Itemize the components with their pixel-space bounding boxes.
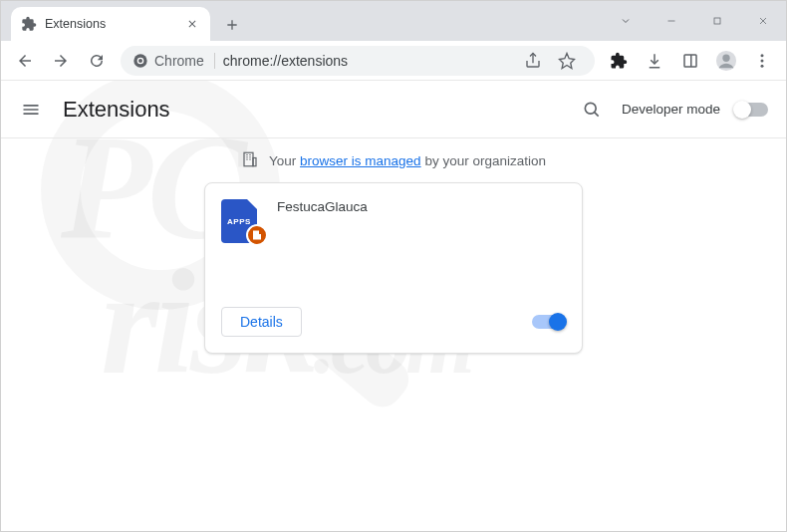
url-text: chrome://extensions [223, 53, 348, 69]
svg-rect-16 [244, 152, 253, 166]
details-button[interactable]: Details [221, 307, 302, 337]
close-window-button[interactable] [740, 5, 786, 37]
new-tab-button[interactable] [218, 11, 246, 39]
extension-enable-toggle[interactable] [532, 315, 566, 329]
svg-point-12 [761, 59, 764, 62]
developer-mode-toggle[interactable] [734, 103, 768, 117]
reload-button[interactable] [81, 45, 113, 77]
search-icon[interactable] [576, 94, 608, 126]
page-title: Extensions [63, 97, 170, 123]
maximize-button[interactable] [694, 5, 740, 37]
building-icon [241, 150, 259, 171]
sidepanel-icon[interactable] [674, 45, 706, 77]
extension-name: FestucaGlauca [277, 199, 368, 289]
svg-point-11 [761, 54, 764, 57]
kebab-menu-icon[interactable] [746, 45, 778, 77]
browser-tab[interactable]: Extensions [11, 7, 210, 41]
window-controls [603, 1, 786, 41]
minimize-button[interactable] [649, 5, 694, 37]
svg-rect-1 [714, 18, 720, 24]
policy-badge-icon [246, 224, 268, 246]
browser-toolbar: Chrome chrome://extensions [1, 41, 786, 81]
profile-avatar-icon[interactable] [710, 45, 742, 77]
svg-rect-24 [253, 231, 259, 240]
extension-card: APPS FestucaGlauca Details [204, 182, 583, 354]
svg-point-10 [722, 54, 729, 61]
svg-rect-25 [259, 234, 261, 240]
download-icon[interactable] [639, 45, 670, 77]
window-titlebar: Extensions [1, 1, 786, 41]
share-icon[interactable] [517, 45, 549, 77]
extension-app-icon: APPS [221, 199, 261, 239]
managed-link[interactable]: browser is managed [300, 153, 421, 168]
svg-point-13 [761, 64, 764, 67]
site-chip-label: Chrome [154, 53, 204, 69]
forward-button[interactable] [45, 45, 77, 77]
svg-rect-17 [253, 157, 256, 165]
menu-icon[interactable] [19, 98, 43, 122]
svg-point-6 [138, 59, 142, 63]
extensions-puzzle-icon[interactable] [603, 45, 635, 77]
close-tab-icon[interactable] [184, 16, 200, 32]
managed-text: Your browser is managed by your organiza… [269, 153, 546, 168]
developer-mode-label: Developer mode [622, 102, 720, 117]
address-bar[interactable]: Chrome chrome://extensions [121, 46, 595, 76]
bookmark-star-icon[interactable] [551, 45, 583, 77]
tab-title: Extensions [45, 17, 176, 31]
site-chip: Chrome [132, 53, 215, 69]
svg-line-15 [595, 112, 599, 116]
extensions-header: Extensions Developer mode [1, 81, 786, 138]
puzzle-icon [21, 16, 37, 32]
back-button[interactable] [9, 45, 41, 77]
managed-banner: Your browser is managed by your organiza… [1, 138, 786, 182]
chevron-down-icon[interactable] [603, 5, 649, 37]
svg-point-14 [585, 103, 596, 114]
